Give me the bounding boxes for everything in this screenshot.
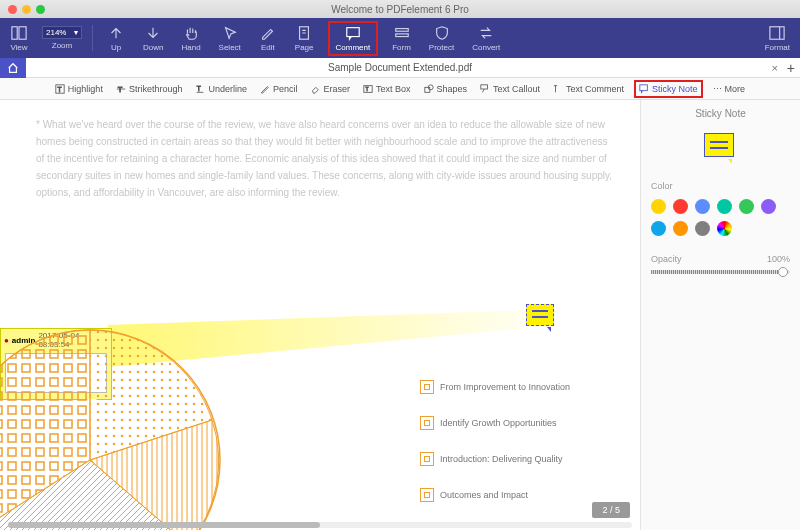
form-button[interactable]: Form [388, 23, 415, 54]
divider [92, 25, 93, 51]
textcomment-tool[interactable]: Text Comment [550, 82, 627, 96]
shapes-icon [424, 84, 434, 94]
stickynote-tool[interactable]: Sticky Note [634, 80, 703, 98]
home-tab[interactable] [0, 58, 26, 78]
pie-chart [0, 320, 230, 530]
main-toolbar: View 214%▾ Zoom Up Down Hand Select Edit… [0, 18, 800, 58]
color-swatch[interactable] [739, 199, 754, 214]
up-button[interactable]: Up [103, 23, 129, 54]
underline-tool[interactable]: TUnderline [192, 82, 250, 96]
view-button[interactable]: View [6, 23, 32, 54]
pencil-icon [260, 84, 270, 94]
content-area: * What we've heard over the course of th… [0, 100, 800, 530]
textcomment-icon [553, 84, 563, 94]
eraser-icon [310, 84, 320, 94]
color-swatch[interactable] [717, 199, 732, 214]
minimize-window-icon[interactable] [22, 5, 31, 14]
panel-title: Sticky Note [651, 108, 790, 119]
legend-marker-icon [420, 380, 434, 394]
cursor-icon [221, 25, 239, 41]
svg-text:T: T [57, 85, 61, 92]
svg-rect-16 [640, 84, 648, 90]
legend-marker-icon [420, 452, 434, 466]
zoom-control[interactable]: 214%▾ Zoom [42, 26, 82, 50]
color-swatch[interactable] [651, 221, 666, 236]
more-tools[interactable]: ⋯More [710, 82, 749, 96]
legend-item: Identify Growth Opportunities [420, 416, 570, 430]
window-controls [8, 5, 45, 14]
form-icon [393, 25, 411, 41]
eraser-tool[interactable]: Eraser [307, 82, 353, 96]
comment-button-highlight: Comment [328, 21, 379, 56]
strikethrough-tool[interactable]: TStrikethrough [113, 82, 186, 96]
color-swatch[interactable] [695, 199, 710, 214]
slider-thumb[interactable] [778, 267, 788, 277]
hand-icon [182, 25, 200, 41]
edit-button[interactable]: Edit [255, 23, 281, 54]
format-button[interactable]: Format [761, 23, 794, 54]
legend-item: Outcomes and Impact [420, 488, 570, 502]
highlight-tool[interactable]: THighlight [52, 82, 106, 96]
home-icon [7, 62, 19, 74]
format-panel-icon [768, 25, 786, 41]
color-swatch[interactable] [761, 199, 776, 214]
select-button[interactable]: Select [215, 23, 245, 54]
highlight-icon: T [55, 84, 65, 94]
svg-rect-1 [19, 26, 26, 38]
convert-button[interactable]: Convert [468, 23, 504, 54]
edit-icon [259, 25, 277, 41]
color-swatch[interactable] [673, 221, 688, 236]
page-button[interactable]: Page [291, 23, 318, 54]
view-icon [10, 25, 28, 41]
legend-item: From Improvement to Innovation [420, 380, 570, 394]
page-indicator: 2 / 5 [592, 502, 630, 518]
comment-button[interactable]: Comment [332, 23, 375, 54]
hand-button[interactable]: Hand [177, 23, 204, 54]
pencil-tool[interactable]: Pencil [257, 82, 301, 96]
underline-icon: T [195, 84, 205, 94]
document-tab-title[interactable]: Sample Document Extended.pdf [328, 62, 472, 73]
close-window-icon[interactable] [8, 5, 17, 14]
svg-text:T: T [365, 85, 368, 91]
shapes-tool[interactable]: Shapes [421, 82, 471, 96]
sticky-note-annotation[interactable] [526, 304, 556, 330]
down-button[interactable]: Down [139, 23, 167, 54]
color-picker-icon[interactable] [717, 221, 732, 236]
legend-item: Introduction: Delivering Quality [420, 452, 570, 466]
shield-icon [433, 25, 451, 41]
color-label: Color [651, 181, 790, 191]
opacity-slider[interactable] [651, 270, 790, 274]
window-title: Welcome to PDFelement 6 Pro [331, 4, 469, 15]
chart-legend: From Improvement to Innovation Identify … [420, 380, 570, 524]
page-icon [295, 25, 313, 41]
strikethrough-icon: T [116, 84, 126, 94]
color-swatch[interactable] [695, 221, 710, 236]
textbox-tool[interactable]: TText Box [360, 82, 414, 96]
color-swatch[interactable] [651, 199, 666, 214]
svg-rect-15 [481, 84, 488, 88]
ellipsis-icon: ⋯ [713, 84, 722, 94]
textcallout-tool[interactable]: Text Callout [477, 82, 543, 96]
horizontal-scrollbar[interactable] [8, 522, 632, 528]
add-tab-button[interactable]: + [787, 60, 795, 76]
svg-text:T: T [197, 84, 201, 91]
svg-rect-4 [395, 28, 407, 31]
document-viewport[interactable]: * What we've heard over the course of th… [0, 100, 640, 530]
callout-icon [480, 84, 490, 94]
close-tab-button[interactable]: × [772, 62, 778, 74]
convert-icon [477, 25, 495, 41]
legend-marker-icon [420, 488, 434, 502]
svg-rect-6 [770, 26, 784, 38]
stickynote-icon [639, 84, 649, 94]
opacity-value: 100% [767, 254, 790, 264]
svg-rect-13 [424, 87, 429, 92]
color-swatches [651, 199, 790, 236]
maximize-window-icon[interactable] [36, 5, 45, 14]
comment-icon [344, 25, 362, 41]
format-panel: Sticky Note Color Opacity 100% [640, 100, 800, 530]
chevron-down-icon: ▾ [74, 28, 78, 37]
color-swatch[interactable] [673, 199, 688, 214]
sticky-note-preview [704, 133, 738, 161]
document-paragraph: * What we've heard over the course of th… [36, 116, 616, 201]
protect-button[interactable]: Protect [425, 23, 458, 54]
